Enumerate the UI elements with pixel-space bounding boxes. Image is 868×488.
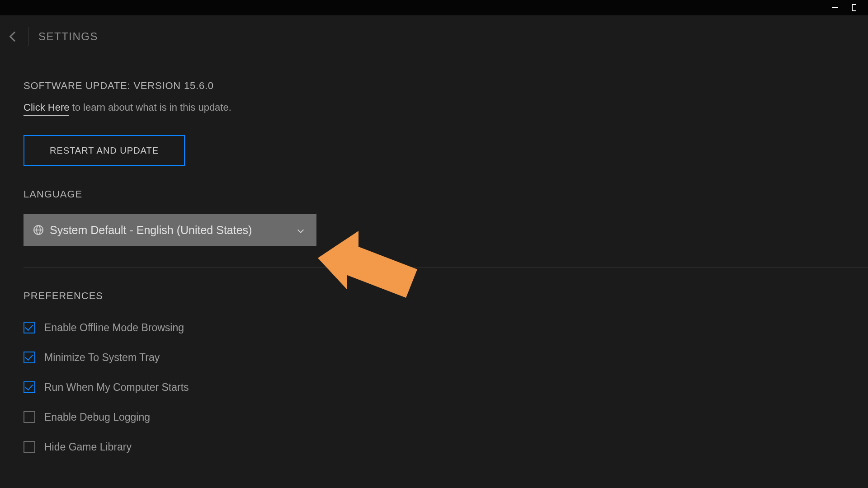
chevron-down-icon [297,227,304,233]
checkbox-startup[interactable] [24,381,35,393]
software-update-tail: to learn about what is in this update. [69,102,231,113]
window-maximize-button[interactable] [844,0,863,15]
window-minimize-button[interactable] [826,0,844,15]
language-selected-value: System Default - English (United States) [50,224,298,237]
checkbox-hidelib[interactable] [24,441,35,453]
checkbox-offline[interactable] [24,322,35,333]
preferences-section-title: PREFERENCES [24,290,868,302]
window-titlebar [0,0,868,15]
checkbox-debug[interactable] [24,411,35,423]
arrow-shape [318,231,417,298]
pref-label-debug: Enable Debug Logging [44,411,150,423]
section-divider [24,267,868,267]
restart-update-label: RESTART AND UPDATE [50,145,159,156]
back-button[interactable] [6,15,28,58]
software-update-heading: SOFTWARE UPDATE: VERSION 15.6.0 [24,80,868,92]
software-update-description: Click Here to learn about what is in thi… [24,102,868,113]
settings-content: SOFTWARE UPDATE: VERSION 15.6.0 Click He… [0,58,868,488]
pref-row-hidelib[interactable]: Hide Game Library [24,440,868,454]
pref-row-startup[interactable]: Run When My Computer Starts [24,380,868,394]
page-title: SETTINGS [38,30,98,43]
settings-header: SETTINGS [0,15,868,58]
release-notes-link[interactable]: Click Here [24,102,69,116]
language-section-title: LANGUAGE [24,188,868,200]
restart-update-button[interactable]: RESTART AND UPDATE [24,135,185,166]
chevron-left-icon [9,32,20,42]
header-divider [28,27,28,46]
checkbox-tray[interactable] [24,352,35,363]
pref-label-startup: Run When My Computer Starts [44,381,189,394]
pref-label-tray: Minimize To System Tray [44,352,160,364]
maximize-icon [852,4,856,11]
pref-row-offline[interactable]: Enable Offline Mode Browsing [24,321,868,334]
pref-row-debug[interactable]: Enable Debug Logging [24,410,868,424]
globe-icon [33,225,43,235]
pref-label-offline: Enable Offline Mode Browsing [44,322,184,334]
pref-row-tray[interactable]: Minimize To System Tray [24,351,868,364]
language-dropdown[interactable]: System Default - English (United States) [24,214,316,246]
pref-label-hidelib: Hide Game Library [44,441,132,453]
minimize-icon [832,7,838,8]
